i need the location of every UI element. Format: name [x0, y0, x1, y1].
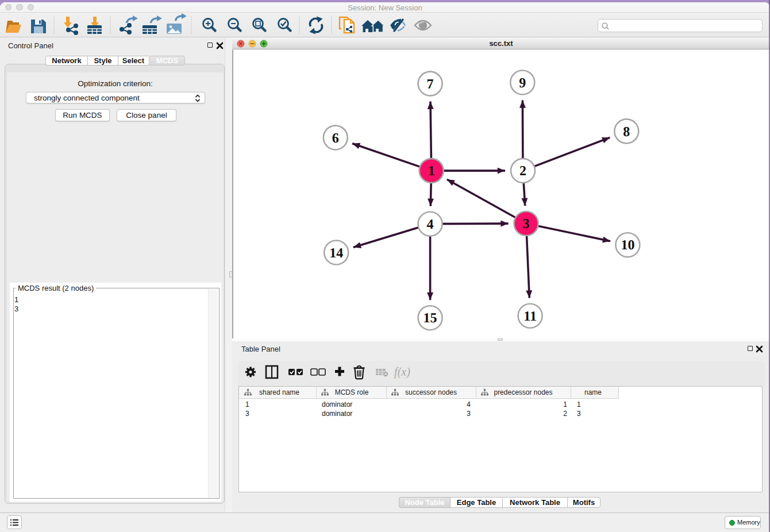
svg-text:1: 1: [428, 164, 435, 179]
svg-text:8: 8: [623, 125, 630, 140]
svg-text:11: 11: [523, 309, 537, 324]
svg-text:2: 2: [519, 164, 526, 179]
svg-text:10: 10: [621, 238, 634, 253]
svg-text:3: 3: [523, 217, 530, 232]
svg-text:6: 6: [332, 131, 339, 146]
svg-text:7: 7: [427, 77, 434, 92]
svg-text:14: 14: [329, 246, 343, 261]
svg-text:4: 4: [427, 217, 434, 232]
svg-text:f(x): f(x): [394, 365, 410, 379]
svg-text:15: 15: [424, 311, 437, 326]
svg-text:9: 9: [519, 76, 526, 91]
